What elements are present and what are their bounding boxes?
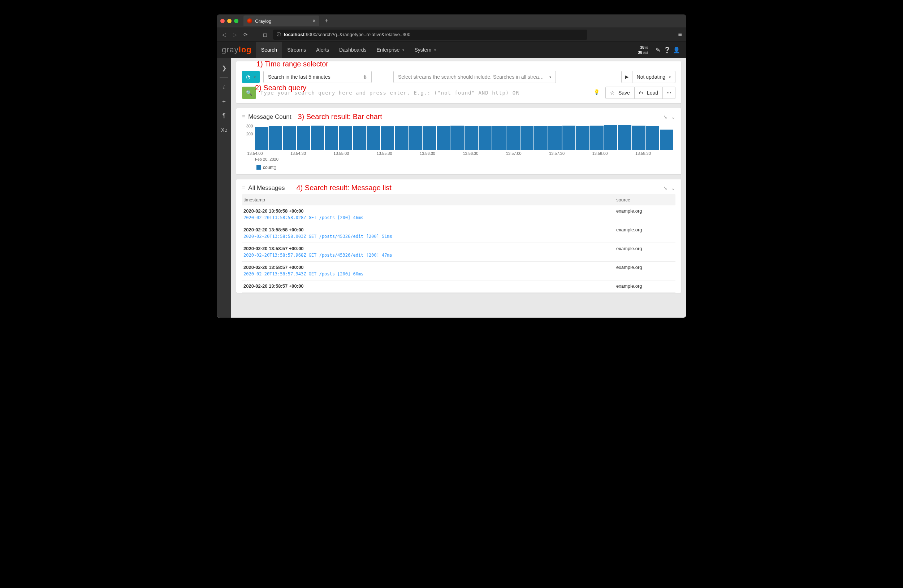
collapse-icon[interactable]: ⤡ — [663, 185, 667, 191]
msg-source: example.org — [616, 246, 674, 251]
bar[interactable] — [590, 125, 604, 150]
rail-info-icon[interactable]: i — [218, 80, 230, 94]
msg-timestamp: 2020-02-20 13:58:57 +00:00 — [244, 265, 616, 270]
site-info-icon[interactable]: ⓘ — [277, 31, 281, 38]
bar[interactable] — [464, 126, 478, 150]
throughput-in-label: in — [645, 45, 648, 49]
user-icon[interactable]: 👤 — [672, 45, 681, 55]
drag-handle-icon[interactable] — [242, 113, 245, 121]
bar[interactable] — [437, 126, 450, 150]
rail-x2-icon[interactable]: X2 — [218, 124, 230, 137]
address-bar[interactable]: ⓘ localhost:9000/search?q=&rangetype=rel… — [273, 30, 587, 40]
throughput-out-value: 38 — [638, 50, 642, 55]
time-range-type-button[interactable]: ◔ — [242, 71, 260, 83]
bar[interactable] — [548, 126, 562, 150]
tab-title: Graylog — [255, 19, 272, 24]
stream-select[interactable]: Select streams the search should include… — [393, 71, 556, 83]
nav-system[interactable]: System — [409, 42, 441, 58]
table-row[interactable]: 2020-02-20 13:58:57 +00:00 example.org 2… — [242, 262, 675, 281]
tab-close-icon[interactable]: × — [312, 18, 316, 24]
bar[interactable] — [381, 126, 394, 150]
bar[interactable] — [395, 126, 408, 150]
chevron-down-icon[interactable]: ⌄ — [671, 185, 675, 191]
nav-streams[interactable]: Streams — [282, 42, 311, 58]
bar[interactable] — [576, 126, 590, 150]
url-path: :9000/search?q=&rangetype=relative&relat… — [305, 32, 410, 37]
bar[interactable] — [409, 126, 422, 150]
run-search-button[interactable] — [621, 71, 632, 83]
col-timestamp[interactable]: timestamp — [244, 197, 616, 202]
col-source[interactable]: source — [616, 197, 674, 202]
bar[interactable] — [492, 126, 506, 150]
app-logo[interactable]: graylog — [222, 45, 252, 55]
search-query-input[interactable] — [260, 87, 602, 99]
x-tick: 13:57:00 — [506, 151, 522, 155]
bar[interactable] — [604, 125, 618, 150]
msg-source: example.org — [616, 283, 674, 289]
browser-menu-icon[interactable]: ≡ — [678, 31, 682, 38]
bar[interactable] — [311, 125, 324, 150]
new-tab-button[interactable]: + — [322, 17, 331, 25]
bar[interactable] — [255, 127, 268, 150]
nav-dashboards[interactable]: Dashboards — [334, 42, 372, 58]
search-submit-button[interactable]: 🔍 — [242, 87, 256, 99]
rail-expand-icon[interactable]: ❯ — [218, 61, 230, 74]
bookmark-icon[interactable]: ◻ — [262, 32, 268, 38]
annotation-3: 3) Search result: Bar chart — [297, 113, 382, 121]
bar[interactable] — [423, 126, 436, 150]
minimize-window-icon[interactable] — [227, 19, 231, 23]
bar[interactable] — [478, 126, 492, 150]
bar[interactable] — [507, 126, 520, 150]
close-window-icon[interactable] — [220, 19, 225, 23]
auto-update-select[interactable]: Not updating — [632, 71, 675, 83]
bar[interactable] — [367, 126, 380, 150]
table-row[interactable]: 2020-02-20 13:58:57 +00:00 example.org 2… — [242, 243, 675, 262]
edit-icon[interactable]: ✎ — [653, 45, 662, 55]
chevron-down-icon[interactable]: ⌄ — [671, 114, 675, 120]
bar[interactable] — [325, 126, 338, 150]
all-messages-widget: All Messages 4) Search result: Message l… — [236, 179, 681, 293]
nav-back-icon[interactable]: ◁ — [221, 32, 227, 38]
msg-body: 2020-02-20T13:58:58.003Z GET /posts/4532… — [244, 234, 674, 239]
nav-alerts[interactable]: Alerts — [311, 42, 334, 58]
rail-pilcrow-icon[interactable]: ¶ — [218, 109, 230, 122]
bar[interactable] — [632, 125, 645, 150]
sidebar-rail: ❯ i ＋ ¶ X2 — [217, 58, 231, 318]
bar[interactable] — [283, 126, 296, 150]
maximize-window-icon[interactable] — [234, 19, 238, 23]
x-tick: 13:58:00 — [592, 151, 608, 155]
bar[interactable] — [618, 125, 631, 150]
bar[interactable] — [450, 125, 464, 150]
drag-handle-icon[interactable] — [242, 185, 245, 192]
nav-forward-icon[interactable]: ▷ — [232, 32, 238, 38]
bar[interactable] — [534, 126, 547, 150]
save-label: Save — [618, 90, 630, 96]
bar[interactable] — [269, 126, 282, 150]
bar[interactable] — [521, 126, 534, 150]
nav-enterprise[interactable]: Enterprise — [372, 42, 410, 58]
rail-add-icon[interactable]: ＋ — [218, 95, 230, 108]
bar[interactable] — [646, 126, 659, 150]
x-axis-date: Feb 20, 2020 — [255, 157, 673, 162]
bar[interactable] — [660, 130, 673, 150]
throughput-out-label: out — [643, 50, 648, 55]
time-range-select[interactable]: Search in the last 5 minutes — [263, 71, 372, 83]
save-search-button[interactable]: Save — [606, 87, 635, 99]
collapse-icon[interactable]: ⤡ — [663, 114, 667, 120]
bar[interactable] — [562, 125, 576, 150]
msg-timestamp: 2020-02-20 13:58:58 +00:00 — [244, 208, 616, 214]
browser-tab[interactable]: Graylog × — [244, 16, 319, 27]
bar[interactable] — [353, 126, 366, 150]
bar[interactable] — [339, 126, 352, 150]
search-more-button[interactable] — [663, 87, 675, 99]
load-search-button[interactable]: Load — [635, 87, 663, 99]
table-row[interactable]: 2020-02-20 13:58:57 +00:00 example.org — [242, 281, 675, 293]
reload-icon[interactable]: ⟳ — [243, 32, 249, 38]
table-row[interactable]: 2020-02-20 13:58:58 +00:00 example.org 2… — [242, 224, 675, 243]
table-row[interactable]: 2020-02-20 13:58:58 +00:00 example.org 2… — [242, 205, 675, 224]
window-controls[interactable] — [220, 19, 238, 23]
help-icon[interactable]: ❔ — [662, 45, 672, 55]
bar[interactable] — [297, 126, 310, 150]
nav-search[interactable]: Search — [256, 42, 282, 58]
lightbulb-icon[interactable]: 💡 — [593, 89, 599, 95]
